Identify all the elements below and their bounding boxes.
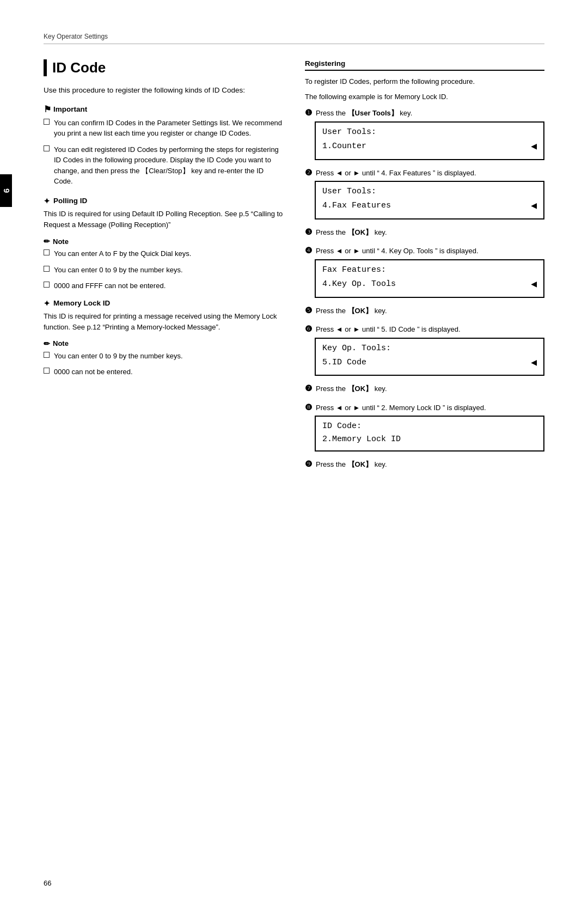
- list-item: You can enter 0 to 9 by the number keys.: [44, 265, 283, 276]
- lcd-line-1: ID Code:: [322, 420, 362, 433]
- page-title: ID Code: [52, 59, 106, 76]
- lcd-arrow-icon: ◀: [531, 277, 537, 292]
- checkbox-icon: [44, 282, 50, 288]
- lcd-line-1: User Tools:: [322, 185, 376, 198]
- note-icon: ✏: [44, 237, 50, 246]
- list-item: You can enter 0 to 9 by the number keys.: [44, 351, 283, 362]
- intro-text: Use this procedure to register the follo…: [44, 85, 283, 96]
- important-list: You can confirm ID Codes in the Paramete…: [44, 118, 283, 187]
- registering-heading: Registering: [305, 59, 544, 71]
- step-4: ❹Press ◄ or ► until “ 4. Key Op. Tools ”…: [305, 245, 544, 297]
- important-label: Important: [53, 105, 87, 113]
- memory-lock-body: This ID is required for printing a messa…: [44, 311, 283, 333]
- note2-item-2: 0000 can not be entered.: [54, 367, 133, 377]
- note1-item-1: You can enter A to F by the Quick Dial k…: [54, 248, 191, 259]
- list-item: You can confirm ID Codes in the Paramete…: [44, 118, 283, 139]
- note1-heading: ✏ Note: [44, 237, 283, 246]
- step-6: ❻Press ◄ or ► until “ 5. ID Code ” is di…: [305, 323, 544, 376]
- step-number-8: ❽: [305, 401, 314, 414]
- step-line-2: ❷Press ◄ or ► until “ 4. Fax Features ” …: [305, 167, 544, 179]
- step-number-1: ❶: [305, 107, 314, 119]
- step-number-6: ❻: [305, 323, 314, 335]
- note1-list: You can enter A to F by the Quick Dial k…: [44, 248, 283, 291]
- note1-item-3: 0000 and FFFF can not be entered.: [54, 280, 166, 291]
- lcd-arrow-icon: ◀: [531, 139, 537, 155]
- lcd-screen-8: ID Code:2.Memory Lock ID: [315, 416, 544, 452]
- step-line-7: ❼Press the 【OK】 key.: [305, 382, 544, 395]
- step-text-1: Press the 【User Tools】 key.: [316, 108, 412, 119]
- step-7: ❼Press the 【OK】 key.: [305, 382, 544, 395]
- polling-id-section: ✦ Polling ID This ID is required for usi…: [44, 197, 283, 230]
- step-number-5: ❺: [305, 304, 314, 317]
- step-line-6: ❻Press ◄ or ► until “ 5. ID Code ” is di…: [305, 323, 544, 335]
- lcd-line-2: 4.Key Op. Tools: [322, 278, 396, 291]
- important-item-2: You can edit registered ID Codes by perf…: [54, 144, 283, 187]
- step-line-5: ❺Press the 【OK】 key.: [305, 304, 544, 317]
- lcd-line-1: User Tools:: [322, 126, 376, 139]
- lcd-row-1: User Tools:: [322, 126, 537, 139]
- memory-lock-id-section: ✦ Memory Lock ID This ID is required for…: [44, 299, 283, 333]
- step-number-7: ❼: [305, 382, 314, 395]
- note2-list: You can enter 0 to 9 by the number keys.…: [44, 351, 283, 377]
- lcd-row-2: 5.ID Code◀: [322, 355, 537, 371]
- list-item: 0000 can not be entered.: [44, 367, 283, 377]
- lcd-line-2: 1.Counter: [322, 140, 366, 153]
- lcd-screen-2: User Tools:4.Fax Features◀: [315, 181, 544, 219]
- important-heading: ⚑ Important: [44, 104, 283, 114]
- note1-section: ✏ Note You can enter A to F by the Quick…: [44, 237, 283, 291]
- checkbox-icon: [44, 368, 50, 374]
- step-line-8: ❽Press ◄ or ► until “ 2. Memory Lock ID …: [305, 401, 544, 414]
- step-number-4: ❹: [305, 245, 314, 257]
- lcd-row-2: 4.Fax Features◀: [322, 198, 537, 214]
- memory-lock-label: Memory Lock ID: [53, 299, 110, 307]
- lcd-screen-4: Fax Features:4.Key Op. Tools◀: [315, 259, 544, 298]
- lcd-row-1: ID Code:: [322, 420, 537, 433]
- step-line-9: ❾Press the 【OK】 key.: [305, 458, 544, 471]
- chapter-bar: 6: [0, 174, 12, 207]
- list-item: You can enter A to F by the Quick Dial k…: [44, 248, 283, 259]
- steps-container: ❶Press the 【User Tools】 key.User Tools:1…: [305, 107, 544, 471]
- page-number: 66: [44, 879, 51, 887]
- lcd-line-2: 4.Fax Features: [322, 199, 391, 212]
- step-number-3: ❸: [305, 226, 314, 239]
- checkbox-icon: [44, 266, 50, 272]
- note2-icon: ✏: [44, 339, 50, 348]
- page-title-block: ID Code: [44, 59, 283, 76]
- top-rule: [44, 44, 544, 44]
- lcd-screen-6: Key Op. Tools:5.ID Code◀: [315, 338, 544, 376]
- step-number-2: ❷: [305, 167, 314, 179]
- important-block: ⚑ Important You can confirm ID Codes in …: [44, 104, 283, 187]
- reg-intro-1: To register ID Codes, perform the follow…: [305, 76, 544, 87]
- important-item-1: You can confirm ID Codes in the Paramete…: [54, 118, 283, 139]
- diamond-icon-2: ✦: [44, 299, 50, 308]
- step-text-3: Press the 【OK】 key.: [316, 227, 387, 238]
- checkbox-icon: [44, 249, 50, 255]
- lcd-row-1: Key Op. Tools:: [322, 342, 537, 355]
- note1-item-2: You can enter 0 to 9 by the number keys.: [54, 265, 183, 276]
- lcd-line-2: 5.ID Code: [322, 356, 366, 369]
- step-number-9: ❾: [305, 458, 314, 471]
- note2-heading: ✏ Note: [44, 339, 283, 348]
- step-8: ❽Press ◄ or ► until “ 2. Memory Lock ID …: [305, 401, 544, 452]
- step-1: ❶Press the 【User Tools】 key.User Tools:1…: [305, 107, 544, 160]
- step-2: ❷Press ◄ or ► until “ 4. Fax Features ” …: [305, 167, 544, 219]
- list-item: 0000 and FFFF can not be entered.: [44, 280, 283, 291]
- step-9: ❾Press the 【OK】 key.: [305, 458, 544, 471]
- lcd-line-2: 2.Memory Lock ID: [322, 433, 401, 446]
- step-line-4: ❹Press ◄ or ► until “ 4. Key Op. Tools ”…: [305, 245, 544, 257]
- step-text-9: Press the 【OK】 key.: [316, 459, 387, 470]
- step-text-2: Press ◄ or ► until “ 4. Fax Features ” i…: [316, 168, 476, 179]
- step-text-6: Press ◄ or ► until “ 5. ID Code ” is dis…: [316, 324, 461, 335]
- step-line-3: ❸Press the 【OK】 key.: [305, 226, 544, 239]
- step-5: ❺Press the 【OK】 key.: [305, 304, 544, 317]
- memory-lock-heading: ✦ Memory Lock ID: [44, 299, 283, 308]
- right-column: Registering To register ID Codes, perfor…: [305, 59, 544, 477]
- lcd-row-1: Fax Features:: [322, 264, 537, 277]
- left-column: ID Code Use this procedure to register t…: [44, 59, 283, 383]
- important-icon: ⚑: [44, 104, 51, 114]
- checkbox-icon: [44, 352, 50, 358]
- lcd-row-2: 4.Key Op. Tools◀: [322, 277, 537, 292]
- checkbox-icon: [44, 145, 50, 151]
- step-3: ❸Press the 【OK】 key.: [305, 226, 544, 239]
- lcd-arrow-icon: ◀: [531, 198, 537, 214]
